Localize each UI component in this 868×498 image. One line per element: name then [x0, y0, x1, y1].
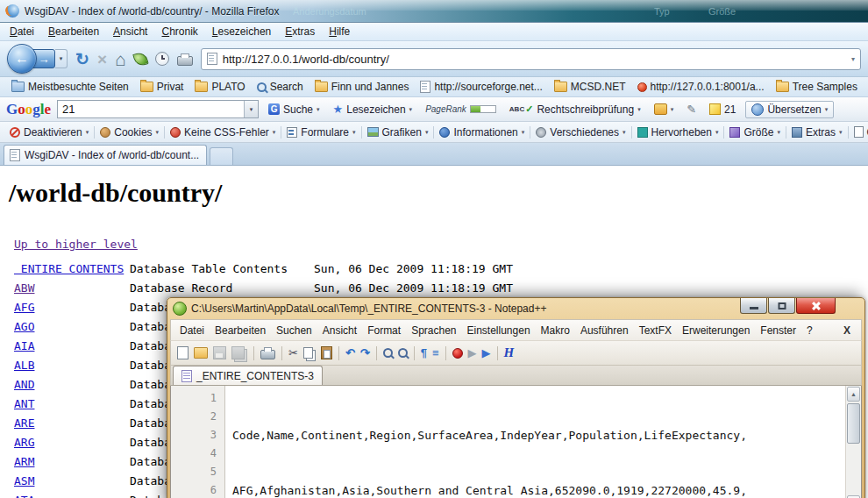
- word-wrap-icon[interactable]: ≡: [432, 347, 439, 359]
- menu-hilfe[interactable]: Hilfe: [323, 24, 356, 39]
- run-macro-icon[interactable]: ▶: [482, 347, 491, 359]
- undo-icon[interactable]: ↶: [345, 347, 355, 359]
- webdev-verschiedenes[interactable]: Verschiedenes▾: [531, 125, 630, 140]
- minimize-button[interactable]: [740, 298, 767, 314]
- copy-icon[interactable]: [303, 347, 313, 359]
- webdev-extras[interactable]: Extras▾: [787, 125, 847, 140]
- highlight-button[interactable]: 21: [706, 102, 739, 117]
- notepad-titlebar[interactable]: C:\Users\Martin\AppData\Local\Temp\_ENTI…: [170, 298, 862, 319]
- npp-menu-einstellungen[interactable]: Einstellungen: [462, 323, 536, 338]
- view-html-icon[interactable]: H: [504, 345, 515, 360]
- webdev-css[interactable]: Keine CSS-Fehler▾: [166, 125, 280, 140]
- spellcheck-button[interactable]: ABC ✓ Rechtschreibprüfung ▾: [506, 102, 644, 117]
- scrollbar-track[interactable]: [846, 445, 861, 494]
- notepad-window[interactable]: C:\Users\Martin\AppData\Local\Temp\_ENTI…: [167, 297, 865, 498]
- menu-lesezeichen[interactable]: Lesezeichen: [206, 24, 277, 39]
- firefox-titlebar[interactable]: WsgiDAV - Index of /world-db/country/ - …: [0, 0, 868, 23]
- menu-ansicht[interactable]: Ansicht: [107, 24, 153, 39]
- bookmark-finn-und-jannes[interactable]: Finn und Jannes: [310, 79, 414, 95]
- npp-menu-help[interactable]: ?: [801, 323, 818, 338]
- cut-icon[interactable]: ✂: [288, 347, 298, 359]
- new-tab-button[interactable]: [210, 147, 233, 165]
- google-search-input[interactable]: 21 ▾: [57, 100, 259, 118]
- replace-icon[interactable]: [398, 348, 408, 358]
- save-all-icon[interactable]: [231, 346, 245, 359]
- open-file-icon[interactable]: [194, 347, 208, 359]
- bookmark-localhost[interactable]: http://127.0.0.1:8001/a...: [633, 79, 769, 95]
- npp-menu-ausfuehren[interactable]: Ausführen: [575, 323, 634, 338]
- npp-menu-fenster[interactable]: Fenster: [755, 323, 801, 338]
- redo-icon[interactable]: ↷: [360, 347, 370, 359]
- url-dropdown-icon[interactable]: ▾: [851, 55, 855, 63]
- google-bookmarks-button[interactable]: ★ Lesezeichen ▾: [330, 101, 416, 117]
- home-button[interactable]: ⌂: [115, 50, 126, 68]
- bookmark-plato[interactable]: PLATO: [190, 79, 249, 95]
- url-bar[interactable]: http://127.0.0.1/world-db/country/ ▾: [201, 48, 861, 70]
- webdev-formulare[interactable]: Formulare▾: [282, 125, 359, 140]
- webdev-deaktivieren[interactable]: Deaktivieren▾: [5, 125, 93, 140]
- stop-button[interactable]: ×: [97, 51, 107, 68]
- translate-button[interactable]: Übersetzen ▾: [745, 101, 834, 118]
- entry-link[interactable]: AIA: [14, 339, 34, 352]
- menu-bearbeiten[interactable]: Bearbeiten: [42, 24, 105, 39]
- history-dropdown-button[interactable]: ▾: [55, 49, 68, 68]
- menu-extras[interactable]: Extras: [279, 24, 321, 39]
- extension-leaf-icon[interactable]: [132, 51, 148, 67]
- webdev-groesse[interactable]: Größe▾: [725, 125, 785, 140]
- npp-menu-format[interactable]: Format: [362, 323, 406, 338]
- npp-close-doc-button[interactable]: X: [836, 323, 857, 338]
- npp-menu-datei[interactable]: Datei: [174, 323, 210, 338]
- notepad-editor[interactable]: 1 2 3 4 5 6 Code,Name,Continent,Region,S…: [170, 386, 862, 498]
- entry-link[interactable]: ANT: [14, 397, 34, 410]
- bookmark-privat[interactable]: Privat: [136, 79, 189, 95]
- webdev-grafiken[interactable]: Grafiken▾: [363, 125, 433, 140]
- print-icon[interactable]: [260, 350, 275, 359]
- npp-menu-ansicht[interactable]: Ansicht: [317, 323, 362, 338]
- entry-link[interactable]: ABW: [14, 281, 34, 295]
- entry-link[interactable]: AGO: [14, 320, 34, 333]
- npp-menu-bearbeiten[interactable]: Bearbeiten: [210, 323, 271, 338]
- up-to-higher-level-link[interactable]: Up to higher level: [14, 238, 138, 251]
- find-icon[interactable]: [383, 348, 393, 358]
- entry-link[interactable]: ARE: [14, 416, 34, 430]
- entry-link[interactable]: ENTIRE CONTENTS: [14, 262, 124, 275]
- history-clock-icon[interactable]: [155, 52, 169, 66]
- webdev-informationen[interactable]: Informationen▾: [435, 125, 529, 140]
- google-extra-button[interactable]: ▾: [651, 102, 678, 117]
- menu-datei[interactable]: Datei: [4, 24, 40, 39]
- webdev-quelltext[interactable]: Quelltext▾: [850, 125, 868, 140]
- save-icon[interactable]: [213, 346, 226, 359]
- google-search-button[interactable]: G Suche ▾: [265, 102, 324, 117]
- npp-menu-makro[interactable]: Makro: [536, 323, 575, 338]
- bookmark-sourceforge[interactable]: http://sourceforge.net...: [416, 79, 546, 95]
- menu-chronik[interactable]: Chronik: [155, 24, 203, 39]
- record-macro-icon[interactable]: [452, 348, 463, 359]
- webdev-hervorheben[interactable]: Hervorheben▾: [633, 125, 723, 140]
- entry-link[interactable]: ARG: [14, 436, 34, 449]
- scroll-up-arrow[interactable]: ▲: [847, 387, 860, 402]
- entry-link[interactable]: ALB: [14, 359, 34, 372]
- new-file-icon[interactable]: [177, 346, 189, 359]
- play-macro-icon[interactable]: ▶: [468, 347, 477, 359]
- scrollbar-thumb[interactable]: [847, 403, 860, 444]
- bookmark-tree-samples[interactable]: Tree Samples: [772, 79, 862, 95]
- chevron-down-icon[interactable]: ▾: [244, 101, 258, 117]
- bookmark-search[interactable]: Search: [253, 79, 308, 95]
- show-symbols-icon[interactable]: ¶: [421, 347, 427, 359]
- reload-button[interactable]: ↻: [75, 51, 89, 68]
- entry-link[interactable]: ARM: [14, 455, 34, 468]
- close-button[interactable]: [796, 298, 836, 314]
- paste-icon[interactable]: [321, 346, 332, 359]
- entry-link[interactable]: AFG: [14, 301, 34, 314]
- tab-wsgidav[interactable]: WsgiDAV - Index of /world-db/count...: [4, 145, 207, 165]
- bookmark-mcsd[interactable]: MCSD.NET: [550, 79, 630, 95]
- print-button[interactable]: [177, 56, 193, 66]
- editor-text-area[interactable]: Code,Name,Continent,Region,SurfaceArea,I…: [225, 386, 845, 498]
- back-button[interactable]: ←: [7, 44, 37, 74]
- url-text[interactable]: http://127.0.0.1/world-db/country/: [223, 53, 846, 66]
- entry-link[interactable]: ATA: [14, 494, 34, 498]
- npp-tab-entire-contents[interactable]: _ENTIRE_CONTENTS-3: [173, 366, 323, 385]
- bookmark-most-visited[interactable]: Meistbesuchte Seiten: [7, 79, 133, 95]
- maximize-button[interactable]: [768, 298, 795, 314]
- autofill-button[interactable]: ✎: [683, 101, 700, 117]
